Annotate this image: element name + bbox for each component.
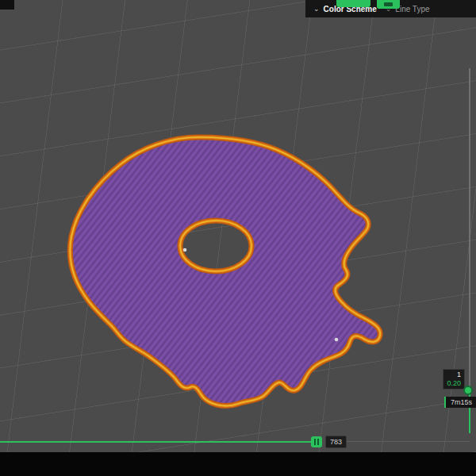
hole-perimeter-inner-yellow: [180, 221, 251, 271]
layer-number: 1: [447, 370, 461, 379]
seam-marker: [183, 248, 187, 252]
slicer-window: ⌄ Color Scheme ⌄ Line Type 1 0.20 7m15s …: [0, 0, 476, 476]
toolbar-glyph-icon: [384, 2, 393, 6]
line-type-dropdown[interactable]: Line Type: [395, 5, 429, 13]
toolbar-button-secondary[interactable]: [377, 0, 400, 9]
layer-slider-track[interactable]: [469, 68, 470, 433]
layer-indicator: 1 0.20: [443, 369, 465, 390]
print-time-value: 7m15s: [451, 398, 472, 406]
move-value: 783: [330, 438, 342, 446]
move-slider-track[interactable]: [344, 441, 470, 442]
gcode-preview-model: [0, 0, 476, 452]
move-value-badge: 783: [325, 436, 347, 448]
seam-marker: [335, 338, 339, 342]
layer-height: 0.20: [447, 379, 461, 388]
panel-corner: [0, 0, 14, 10]
bottom-bar: [0, 452, 476, 476]
layer-slider-handle[interactable]: [463, 386, 473, 395]
3d-viewport[interactable]: [0, 0, 476, 452]
move-slider-handle[interactable]: [311, 436, 322, 447]
move-slider-track-active[interactable]: [0, 441, 314, 443]
chevron-down-icon[interactable]: ⌄: [313, 5, 320, 13]
print-time-badge: 7m15s: [444, 397, 476, 408]
toolbar-button-primary[interactable]: [336, 0, 370, 7]
